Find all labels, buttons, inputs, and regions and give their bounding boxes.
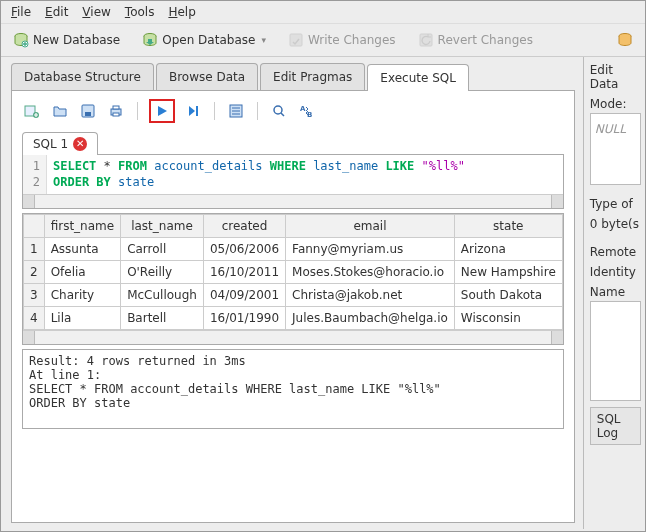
open-sql-icon[interactable] [50,101,70,121]
identity-label: Identity [590,265,641,279]
edit-data-content[interactable]: NULL [590,113,641,185]
results-header-row: first_name last_name created email state [24,215,563,238]
menu-help[interactable]: Help [168,5,195,19]
svg-rect-12 [113,113,119,116]
editor-hscroll[interactable] [23,194,563,208]
find-icon[interactable] [269,101,289,121]
execute-current-line-icon[interactable] [183,101,203,121]
save-results-icon[interactable] [226,101,246,121]
svg-rect-11 [113,106,119,109]
col-first-name[interactable]: first_name [44,215,120,238]
toolbar-extra-button[interactable] [613,30,637,50]
revert-changes-button: Revert Changes [414,30,537,50]
print-sql-icon[interactable] [106,101,126,121]
tab-database-structure[interactable]: Database Structure [11,63,154,90]
menu-file[interactable]: File [11,5,31,19]
main-tab-bar: Database Structure Browse Data Edit Prag… [1,57,583,90]
table-row[interactable]: 2 Ofelia O'Reilly 16/10/2011 Moses.Stoke… [24,261,563,284]
sql-tab-1[interactable]: SQL 1 ✕ [22,132,98,155]
tab-execute-sql[interactable]: Execute SQL [367,64,469,91]
svg-rect-9 [85,112,91,116]
sql-output-log: Result: 4 rows returned in 3ms At line 1… [22,349,564,429]
edit-data-header: Edit Data [590,63,641,91]
editor-gutter: 1 2 [23,155,47,194]
sql-editor[interactable]: 1 2 SELECT * FROM account_details WHERE … [22,154,564,209]
new-sql-tab-icon[interactable] [22,101,42,121]
tab-browse-data[interactable]: Browse Data [156,63,258,90]
tab-edit-pragmas[interactable]: Edit Pragmas [260,63,365,90]
chevron-down-icon[interactable]: ▾ [261,35,266,45]
remote-list[interactable] [590,301,641,401]
col-last-name[interactable]: last_name [121,215,204,238]
execute-sql-panel: AB SQL 1 ✕ 1 2 SELECT * FROM [11,90,575,523]
table-row[interactable]: 4 Lila Bartell 16/01/1990 Jules.Baumbach… [24,307,563,330]
svg-rect-3 [290,34,302,46]
col-created[interactable]: created [203,215,285,238]
type-label: Type of [590,197,641,211]
menu-edit[interactable]: Edit [45,5,68,19]
svg-text:A: A [300,105,306,113]
open-database-button[interactable]: Open Database ▾ [138,30,270,50]
new-database-button[interactable]: New Database [9,30,124,50]
sql-tab-bar: SQL 1 ✕ [12,131,574,154]
menu-tools[interactable]: Tools [125,5,155,19]
menu-view[interactable]: View [82,5,110,19]
right-panel: Edit Data Mode: NULL Type of 0 byte(s Re… [583,57,645,529]
table-row[interactable]: 3 Charity McCullough 04/09/2001 Christa@… [24,284,563,307]
results-grid: first_name last_name created email state… [22,213,564,345]
close-icon[interactable]: ✕ [73,137,87,151]
editor-code[interactable]: SELECT * FROM account_details WHERE last… [47,155,471,194]
find-replace-icon[interactable]: AB [297,101,317,121]
col-state[interactable]: state [454,215,562,238]
write-changes-button: Write Changes [284,30,400,50]
name-label: Name [590,285,641,299]
save-sql-icon[interactable] [78,101,98,121]
main-toolbar: New Database Open Database ▾ Write Chang… [1,24,645,57]
mode-label: Mode: [590,97,641,111]
remote-header: Remote [590,245,641,259]
sql-log-panel-header[interactable]: SQL Log [590,407,641,445]
results-hscroll[interactable] [23,330,563,344]
table-row[interactable]: 1 Assunta Carroll 05/06/2006 Fanny@myria… [24,238,563,261]
sql-toolbar: AB [12,91,574,131]
menu-bar: File Edit View Tools Help [1,1,645,24]
svg-point-15 [274,106,282,114]
svg-rect-13 [196,106,198,116]
size-label: 0 byte(s [590,217,641,231]
col-email[interactable]: email [286,215,455,238]
execute-sql-button[interactable] [149,99,175,123]
